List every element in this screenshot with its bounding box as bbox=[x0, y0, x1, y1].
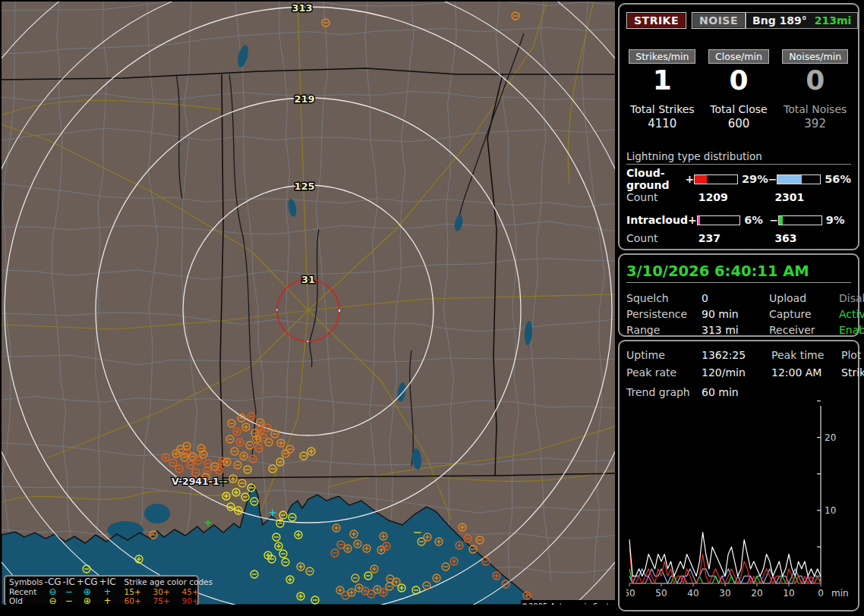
app-window: 313 219 125 31 V-2941-1-– Symbols -CG -I… bbox=[0, 0, 864, 616]
lightning-distribution: Lightning type distribution Cloud-ground… bbox=[626, 150, 851, 244]
legend-age-header: Strike age color codes bbox=[117, 577, 213, 587]
legend-col-cg-neg: -CG bbox=[44, 577, 62, 587]
strike-button[interactable]: STRIKE bbox=[626, 12, 686, 29]
ic-neg-bar bbox=[778, 215, 822, 225]
ring-label-313: 313 bbox=[292, 2, 312, 14]
ic-pos-old-icon: + bbox=[99, 596, 117, 605]
svg-text:60: 60 bbox=[626, 588, 635, 599]
ic-count-label: Count bbox=[626, 232, 698, 244]
ic-pos-bar bbox=[697, 215, 741, 225]
noises-counter: Noises/min 0 Total Noises 392 bbox=[779, 49, 851, 130]
cg-neg-count: 2301 bbox=[774, 191, 851, 203]
ic-pos-pct: 6% bbox=[744, 214, 769, 226]
svg-text:50: 50 bbox=[655, 588, 667, 599]
svg-text:20: 20 bbox=[751, 588, 762, 599]
status-box: 3/10/2026 6:40:11 AM Squelch 0 Upload Di… bbox=[618, 253, 859, 337]
age-75: 75+ bbox=[153, 596, 181, 605]
svg-text:30: 30 bbox=[719, 588, 730, 599]
trend-box: Uptime 1362:25 Peak time Plot Peak rate … bbox=[618, 340, 859, 611]
ic-neg-old-icon: − bbox=[62, 596, 76, 605]
peak-rate-value: 120/min bbox=[702, 366, 771, 379]
trend-window-value: 60 min bbox=[702, 386, 739, 398]
ic-neg-pct: 9% bbox=[826, 214, 851, 226]
copyright-text: ©2005 Astrogenic Systems bbox=[521, 600, 615, 605]
ring-label-219: 219 bbox=[294, 93, 314, 105]
legend-col-cg-pos: +CG bbox=[76, 577, 99, 587]
telemetry-panel: STRIKE NOISE Bng 189°213mi Strikes/min 1… bbox=[616, 0, 862, 616]
legend-col-ic-neg: -IC bbox=[62, 577, 76, 587]
legend-row-old: Old bbox=[8, 596, 44, 605]
ring-label-125: 125 bbox=[294, 181, 314, 192]
strikes-rate-value: 1 bbox=[626, 65, 698, 96]
minus-sign: − bbox=[769, 214, 778, 226]
storm-map[interactable]: 313 219 125 31 V-2941-1-– Symbols -CG -I… bbox=[2, 2, 615, 605]
plot-value: Strike bbox=[841, 366, 864, 379]
cg-neg-bar bbox=[777, 174, 821, 184]
distribution-title: Lightning type distribution bbox=[626, 150, 851, 165]
squelch-label: Squelch bbox=[626, 292, 702, 304]
cg-neg-old-icon: ⊖ bbox=[44, 596, 62, 605]
svg-text:20: 20 bbox=[825, 432, 836, 443]
map-canvas: 313 219 125 31 V-2941-1-– bbox=[2, 2, 615, 605]
strikes-counter: Strikes/min 1 Total Strikes 4110 bbox=[626, 49, 698, 130]
cloud-ground-label: Cloud-ground bbox=[626, 167, 686, 191]
legend-row-recent: Recent bbox=[8, 587, 44, 597]
noise-button[interactable]: NOISE bbox=[692, 12, 746, 29]
peak-time-value: 12:00 AM bbox=[771, 366, 841, 379]
receiver-status: Enabled bbox=[839, 324, 864, 336]
total-noises-label: Total Noises bbox=[779, 103, 851, 115]
cg-pos-pct: 29% bbox=[742, 173, 768, 185]
ring-label-31: 31 bbox=[301, 274, 315, 285]
close-per-min-badge: Close/min bbox=[708, 49, 769, 64]
upload-label: Upload bbox=[769, 292, 839, 304]
uptime-label: Uptime bbox=[626, 349, 702, 361]
total-noises-value: 392 bbox=[779, 117, 851, 130]
age-30: 30+ bbox=[153, 587, 181, 597]
peak-time-label: Peak time bbox=[771, 349, 841, 361]
range-value: 313 mi bbox=[702, 324, 769, 336]
range-label: Range bbox=[626, 324, 702, 336]
strikes-per-min-badge: Strikes/min bbox=[629, 49, 695, 64]
svg-text:0: 0 bbox=[818, 588, 824, 599]
svg-text:10: 10 bbox=[825, 505, 836, 516]
age-15: 15+ bbox=[117, 587, 153, 597]
bearing-distance: 213mi bbox=[815, 14, 852, 27]
persistence-label: Persistence bbox=[626, 308, 702, 320]
total-strikes-value: 4110 bbox=[626, 117, 698, 130]
noises-rate-value: 0 bbox=[779, 65, 851, 96]
plus-sign: + bbox=[688, 214, 697, 226]
squelch-value: 0 bbox=[702, 292, 769, 304]
cg-pos-old-icon: ⊕ bbox=[76, 596, 99, 605]
legend-symbols-header: Symbols bbox=[8, 577, 44, 587]
intracloud-label: Intracloud bbox=[626, 214, 688, 226]
trend-graph-label: Trend graph bbox=[626, 386, 702, 398]
noises-per-min-badge: Noises/min bbox=[782, 49, 848, 64]
legend-col-ic-pos: +IC bbox=[99, 577, 117, 587]
persistence-value: 90 min bbox=[702, 308, 769, 320]
total-close-label: Total Close bbox=[703, 103, 775, 115]
storm-cell-label: V-2941-1-– bbox=[172, 476, 228, 487]
capture-status: Active bbox=[839, 308, 864, 320]
svg-text:10: 10 bbox=[783, 588, 794, 599]
cg-count-label: Count bbox=[626, 191, 698, 203]
total-strikes-label: Total Strikes bbox=[626, 103, 698, 115]
datetime-display: 3/10/2026 6:40:11 AM bbox=[626, 262, 851, 283]
plot-label: Plot bbox=[841, 349, 864, 361]
uptime-value: 1362:25 bbox=[702, 349, 771, 361]
peak-rate-label: Peak rate bbox=[626, 366, 702, 379]
plus-sign: + bbox=[686, 173, 695, 185]
ic-neg-count: 363 bbox=[774, 232, 851, 244]
ic-pos-count: 237 bbox=[698, 232, 775, 244]
age-60: 60+ bbox=[117, 596, 153, 605]
cg-pos-count: 1209 bbox=[698, 191, 775, 203]
capture-label: Capture bbox=[769, 308, 839, 320]
bearing-label: Bng 189° bbox=[752, 14, 807, 27]
symbol-legend: Symbols -CG -IC +CG +IC Strike age color… bbox=[4, 575, 199, 605]
svg-text:40: 40 bbox=[687, 588, 698, 599]
close-rate-value: 0 bbox=[703, 65, 775, 96]
trend-graph: 1020306050403020100min bbox=[626, 400, 854, 609]
close-counter: Close/min 0 Total Close 600 bbox=[703, 49, 775, 130]
age-90: 90+ bbox=[181, 596, 213, 605]
age-45: 45+ bbox=[181, 587, 213, 597]
cg-pos-bar bbox=[694, 174, 738, 184]
